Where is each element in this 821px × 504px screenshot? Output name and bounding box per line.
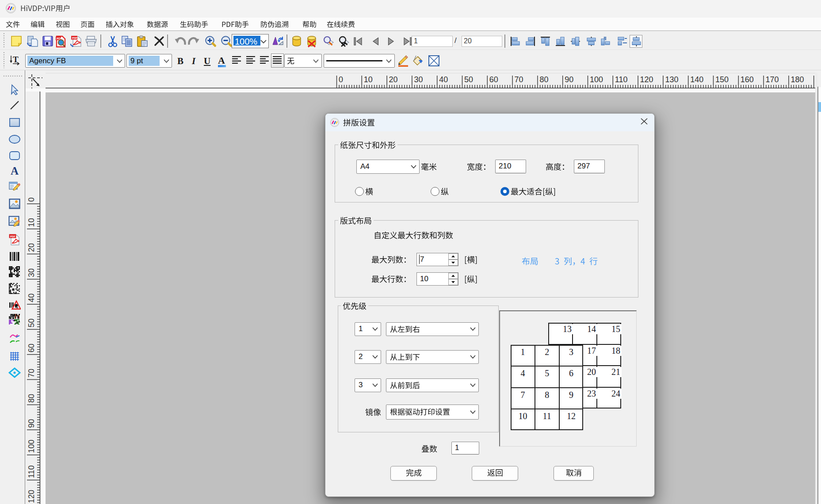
svg-text:30: 30 xyxy=(27,268,36,277)
svg-text:PDF: PDF xyxy=(72,36,78,39)
svg-text:40: 40 xyxy=(439,75,448,84)
svg-text:100: 100 xyxy=(590,75,603,84)
svg-text:60: 60 xyxy=(27,344,36,352)
svg-text:90: 90 xyxy=(565,75,573,84)
svg-text:130: 130 xyxy=(665,75,678,84)
svg-text:150: 150 xyxy=(715,75,729,84)
svg-text:50: 50 xyxy=(464,75,473,84)
svg-text:50: 50 xyxy=(27,318,36,327)
svg-text:PDF: PDF xyxy=(10,235,15,238)
svg-text:140: 140 xyxy=(690,75,703,84)
svg-text:40: 40 xyxy=(27,294,36,302)
svg-text:80: 80 xyxy=(27,394,36,403)
svg-text:180: 180 xyxy=(790,75,804,84)
svg-text:110: 110 xyxy=(615,75,628,84)
svg-text:160: 160 xyxy=(741,75,754,84)
svg-text:20: 20 xyxy=(389,75,398,84)
svg-text:10: 10 xyxy=(27,218,36,227)
svg-text:30: 30 xyxy=(414,75,423,84)
svg-text:0: 0 xyxy=(339,75,343,84)
svg-text:60: 60 xyxy=(489,75,498,84)
svg-text:20: 20 xyxy=(27,243,36,252)
svg-text:80: 80 xyxy=(539,75,548,84)
svg-text:170: 170 xyxy=(766,75,779,84)
svg-text:120: 120 xyxy=(640,75,653,84)
svg-text:0: 0 xyxy=(27,197,36,202)
svg-text:70: 70 xyxy=(515,75,523,84)
svg-text:90: 90 xyxy=(27,419,36,428)
svg-text:10: 10 xyxy=(364,75,373,84)
svg-text:110: 110 xyxy=(27,466,36,478)
svg-text:100: 100 xyxy=(27,439,36,453)
svg-text:120: 120 xyxy=(27,490,36,503)
svg-text:70: 70 xyxy=(27,369,36,378)
